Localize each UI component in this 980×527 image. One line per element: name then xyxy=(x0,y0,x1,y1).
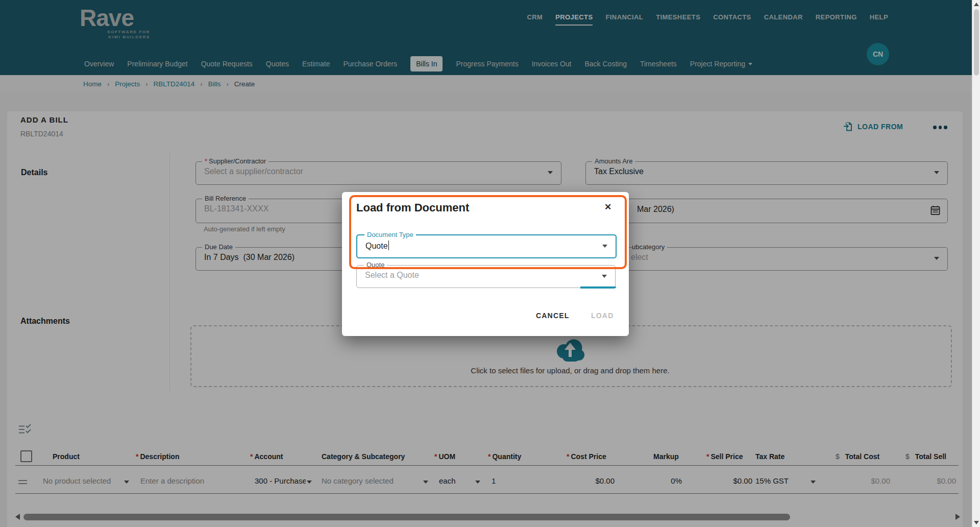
vertical-scrollbar[interactable] xyxy=(972,0,980,527)
load-button[interactable]: LOAD xyxy=(591,312,614,320)
cancel-button[interactable]: CANCEL xyxy=(536,312,570,320)
modal-title: Load from Document xyxy=(356,201,469,214)
quote-label: Quote xyxy=(364,261,387,269)
text-cursor xyxy=(388,241,389,250)
vscroll-up-arrow[interactable] xyxy=(974,3,979,6)
focus-underline-segment xyxy=(580,286,616,289)
chevron-down-icon xyxy=(602,275,607,278)
app-root: Rave SOFTWARE FOR KIWI BUILDERS CRM PROJ… xyxy=(0,0,980,527)
quote-placeholder: Select a Quote xyxy=(365,271,419,280)
chevron-down-icon xyxy=(602,245,607,248)
close-icon[interactable]: ✕ xyxy=(604,202,611,212)
document-type-select[interactable]: Document Type Quote xyxy=(356,234,617,258)
vscroll-thumb[interactable] xyxy=(974,9,979,76)
document-type-label: Document Type xyxy=(364,231,416,238)
load-from-document-modal: Load from Document ✕ Document Type Quote… xyxy=(342,192,629,336)
vscroll-down-arrow[interactable] xyxy=(974,521,979,524)
document-type-value: Quote xyxy=(365,241,389,251)
quote-select[interactable]: Quote Select a Quote xyxy=(356,265,616,288)
